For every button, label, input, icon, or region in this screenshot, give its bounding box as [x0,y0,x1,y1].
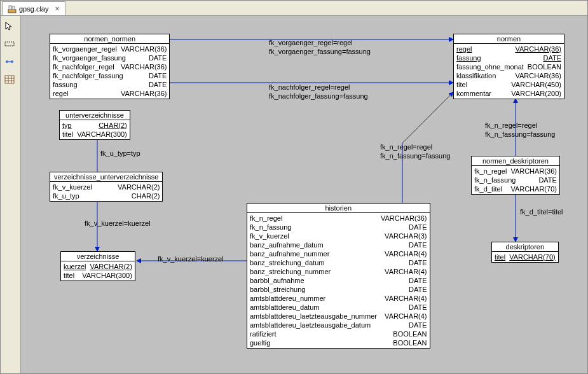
column-name: amtsblattdereu_nummer [250,294,377,303]
column-row: fk_vorgaenger_regelVARCHAR(36) [53,45,167,53]
column-type: DATE [409,276,427,285]
column-name: fk_n_regel [250,214,377,223]
rel-label: fk_n_regel=regel [485,121,537,129]
entity-title: verzeichnisse_unterverzeichnisse [50,172,162,182]
column-name: banz_streichung_datum [250,258,377,267]
rel-label: fk_v_kuerzel=kuerzel [158,255,224,263]
column-row: fk_v_kuerzelVARCHAR(2) [53,183,160,191]
entity-verzeichnisse-unterverzeichnisse[interactable]: verzeichnisse_unterverzeichnissefk_v_kue… [50,172,163,202]
column-row: fassungDATE [53,80,167,89]
column-name: fk_vorgaenger_fassung [53,53,126,62]
column-name: typ [62,121,72,130]
column-type: VARCHAR(4) [385,249,427,258]
svg-point-4 [6,60,8,63]
column-type: VARCHAR(36) [121,62,167,71]
column-row: fk_n_regelVARCHAR(36) [250,214,427,223]
column-name: regel [53,89,68,98]
column-row: fk_v_kuerzelVARCHAR(3) [250,232,427,240]
link-tool[interactable] [2,54,17,69]
rel-label: fk_vorgaenger_regel=regel [269,39,353,46]
column-name: fk_nachfolger_regel [53,62,114,71]
column-name: gueltig [250,338,377,347]
column-row: kommentarVARCHAR(200) [456,89,561,98]
diagram-canvas[interactable]: fk_vorgaenger_regel=regel fk_vorgaenger_… [21,16,587,373]
column-type: VARCHAR(2) [90,262,132,271]
column-name: titel [62,130,73,139]
entity-normen-deskriptoren[interactable]: normen_deskriptorenfk_n_regelVARCHAR(36)… [471,156,560,195]
svg-rect-0 [8,10,16,13]
column-row: banz_streichung_datumDATE [250,258,427,267]
column-name: klassifikation [456,71,496,80]
column-type: DATE [543,53,561,62]
column-type: VARCHAR(70) [509,253,556,261]
column-row: kuerzelVARCHAR(2) [64,262,132,271]
pointer-tool[interactable] [2,18,17,34]
column-name: fk_u_typ [53,191,79,200]
entity-title: normen [454,34,564,44]
column-row: fk_n_fassungDATE [474,176,557,184]
entity-historien[interactable]: historienfk_n_regelVARCHAR(36)fk_n_fassu… [247,203,430,349]
column-row: fk_nachfolger_fassungDATE [53,71,167,80]
column-type: VARCHAR(36) [121,45,167,53]
column-row: amtsblattdereu_datumDATE [250,303,427,312]
entity-unterverzeichnisse[interactable]: unterverzeichnissetypCHAR(2)titelVARCHAR… [59,110,130,140]
entity-body: fk_v_kuerzelVARCHAR(2)fk_u_typCHAR(2) [50,182,162,201]
svg-point-5 [11,60,13,63]
column-type: DATE [149,53,167,62]
rel-label: fk_n_fassung=fassung [485,130,555,138]
entity-title: verzeichnisse [61,252,135,261]
column-name: fk_n_fassung [474,176,516,184]
column-name: kommentar [456,89,491,98]
column-row: fk_nachfolger_regelVARCHAR(36) [53,62,167,71]
column-row: barbbl_streichungDATE [250,285,427,294]
column-row: fk_n_regelVARCHAR(36) [474,167,557,176]
column-row: typCHAR(2) [62,121,127,130]
entity-normen[interactable]: normenregelVARCHAR(36)fassungDATEfassung… [453,34,564,99]
svg-rect-1 [9,6,11,10]
column-type: BOOLEAN [528,62,561,71]
column-name: fk_n_fassung [250,223,377,232]
column-name: ratifiziert [250,329,377,338]
column-type: CHAR(2) [132,191,160,200]
column-name: fk_n_regel [474,167,507,176]
column-name: titel [456,80,467,89]
column-type: VARCHAR(4) [385,267,427,276]
column-type: BOOLEAN [393,329,427,338]
marquee-tool[interactable] [2,36,17,52]
column-row: gueltigBOOLEAN [250,338,427,347]
entity-body: fk_n_regelVARCHAR(36)fk_n_fassungDATEfk_… [472,166,559,194]
column-type: VARCHAR(70) [510,184,557,193]
column-name: fk_v_kuerzel [250,232,377,240]
column-type: DATE [538,176,557,184]
close-icon[interactable]: × [55,4,59,13]
column-name: fassung_ohne_monat [456,62,524,71]
table-tool[interactable] [2,72,17,87]
entity-verzeichnisse[interactable]: verzeichnissekuerzelVARCHAR(2)titelVARCH… [60,251,135,281]
column-type: DATE [149,71,167,80]
column-name: fk_nachfolger_fassung [53,71,123,80]
column-row: regelVARCHAR(36) [53,89,167,98]
entity-body: kuerzelVARCHAR(2)titelVARCHAR(300) [61,261,135,280]
entity-deskriptoren[interactable]: deskriptorentitelVARCHAR(70) [491,242,559,263]
column-type: DATE [409,258,427,267]
editor-content: fk_vorgaenger_regel=regel fk_vorgaenger_… [1,16,587,373]
file-tab[interactable]: gpsg.clay × [2,1,65,15]
column-row: fk_u_typCHAR(2) [53,191,160,200]
column-type: DATE [409,303,427,312]
column-row: amtsblattdereu_nummerVARCHAR(4) [250,294,427,303]
column-row: regelVARCHAR(36) [456,45,561,53]
entity-body: typCHAR(2)titelVARCHAR(300) [60,120,130,139]
entity-title: normen_normen [50,34,169,44]
entity-normen-normen[interactable]: normen_normenfk_vorgaenger_regelVARCHAR(… [50,34,170,99]
column-name: banz_aufnahme_datum [250,240,377,249]
column-row: klassifikationVARCHAR(36) [456,71,561,80]
column-row: titelVARCHAR(300) [64,271,132,280]
column-name: titel [64,271,74,280]
column-row: ratifiziertBOOLEAN [250,329,427,338]
column-name: fassung [456,53,481,62]
column-row: fassungDATE [456,53,561,62]
column-type: VARCHAR(36) [515,45,561,53]
entity-body: regelVARCHAR(36)fassungDATEfassung_ohne_… [454,44,564,99]
column-type: VARCHAR(3) [385,232,427,240]
editor-window: gpsg.clay × [0,0,588,374]
